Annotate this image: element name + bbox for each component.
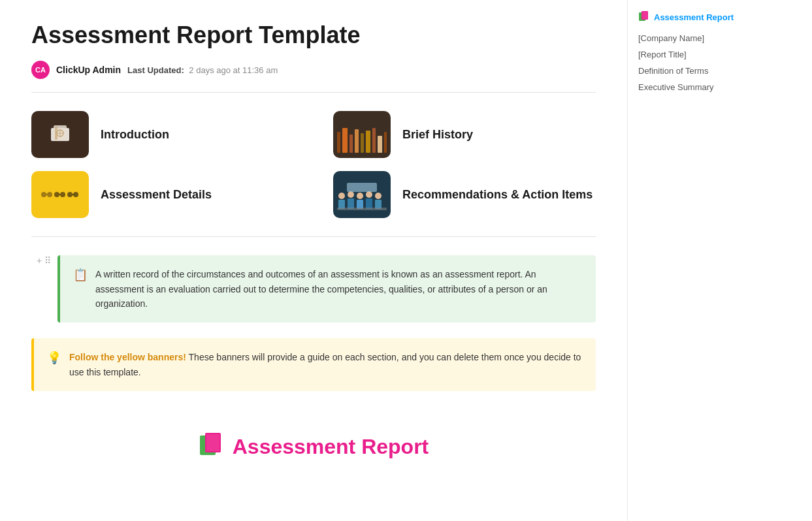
card-label-introduction: Introduction (101, 128, 169, 142)
svg-rect-32 (642, 12, 647, 19)
svg-point-16 (338, 193, 345, 199)
author-row: CA ClickUp Admin Last Updated: 2 days ag… (31, 61, 596, 79)
card-image-recommendations (333, 171, 391, 218)
svg-rect-26 (347, 183, 377, 192)
svg-rect-29 (206, 434, 219, 451)
card-introduction[interactable]: Introduction (31, 111, 294, 158)
callout-green: 📋 A written record of the circumstances … (57, 255, 596, 323)
main-content: Assessment Report Template CA ClickUp Ad… (0, 0, 627, 521)
svg-rect-25 (337, 208, 387, 210)
svg-point-6 (41, 192, 46, 197)
page-title: Assessment Report Template (31, 21, 596, 49)
card-brief-history[interactable]: Brief History (333, 111, 596, 158)
svg-point-13 (73, 192, 78, 197)
sidebar-item-executive-summary[interactable]: Executive Summary (638, 82, 773, 92)
card-image-assessment-details (31, 171, 89, 218)
svg-point-10 (60, 192, 65, 197)
svg-point-20 (357, 193, 363, 199)
svg-point-22 (366, 191, 372, 198)
callout-yellow-highlight: Follow the yellow banners! (69, 352, 186, 362)
callout-yellow-icon: 💡 (47, 351, 61, 365)
svg-point-12 (67, 192, 73, 197)
divider (31, 92, 596, 93)
avatar: CA (31, 61, 50, 79)
divider-2 (31, 236, 596, 237)
callout-green-icon: 📋 (73, 268, 88, 282)
cards-grid: Introduction Brief History (31, 111, 596, 218)
last-updated: Last Updated: 2 days ago at 11:36 am (127, 65, 278, 75)
sidebar-item-company[interactable]: [Company Name] (638, 33, 773, 43)
callout-yellow: 💡 Follow the yellow banners! These banne… (31, 338, 596, 391)
svg-rect-23 (375, 200, 382, 209)
card-assessment-details[interactable]: Assessment Details (31, 171, 294, 218)
callout-green-text: A written record of the circumstances an… (95, 267, 583, 311)
sidebar-item-definition[interactable]: Definition of Terms (638, 66, 773, 76)
card-label-recommendations: Recommendations & Action Items (402, 188, 593, 202)
card-recommendations[interactable]: Recommendations & Action Items (333, 171, 596, 218)
add-icon[interactable]: + (37, 255, 42, 266)
card-image-brief-history (333, 111, 391, 158)
drag-icon[interactable]: ⠿ (44, 255, 51, 266)
bottom-logo: Assessment Report (31, 417, 596, 463)
callout-yellow-text: Follow the yellow banners! These banners… (69, 350, 583, 379)
card-image-introduction (31, 111, 89, 158)
card-label-assessment-details: Assessment Details (101, 188, 212, 202)
sidebar-title-icon (638, 10, 650, 24)
svg-point-18 (348, 191, 354, 198)
svg-rect-17 (348, 198, 354, 209)
card-label-brief-history: Brief History (402, 128, 473, 142)
logo-icon (199, 430, 226, 463)
bottom-logo-text: Assessment Report (199, 430, 429, 463)
sidebar: Assessment Report [Company Name] [Report… (627, 0, 784, 521)
row-controls[interactable]: + ⠿ (37, 255, 51, 266)
svg-rect-21 (366, 198, 372, 209)
svg-rect-19 (357, 200, 363, 209)
svg-rect-15 (338, 200, 345, 209)
svg-point-7 (47, 192, 52, 197)
sidebar-title: Assessment Report (638, 10, 773, 24)
block-container-green: + ⠿ 📋 A written record of the circumstan… (31, 255, 596, 323)
svg-point-24 (375, 193, 382, 199)
author-name[interactable]: ClickUp Admin (56, 65, 121, 75)
sidebar-item-report-title[interactable]: [Report Title] (638, 50, 773, 59)
svg-point-9 (54, 192, 59, 197)
